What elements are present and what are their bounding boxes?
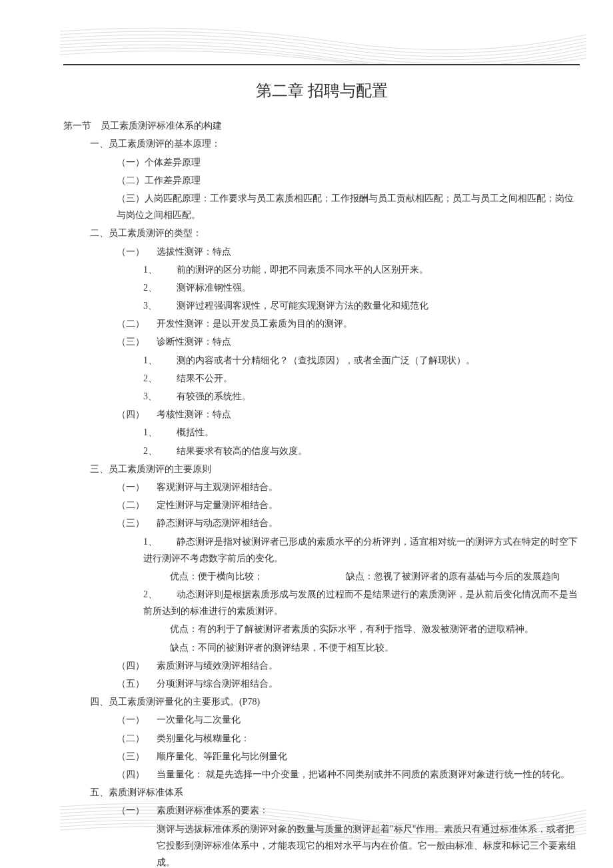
list-item: 2、结果不公开。: [63, 370, 580, 387]
list-item: 3、有较强的系统性。: [63, 388, 580, 405]
part-heading: 五、素质测评标准体系: [63, 784, 580, 801]
list-item: （二）类别量化与模糊量化：: [63, 730, 580, 747]
list-item: 1、前的测评的区分功能，即把不同素质不同水平的人区别开来。: [63, 261, 580, 278]
section-title: 第一节 员工素质测评标准体系的构建: [63, 117, 580, 134]
list-item: （二）工作差异原理: [63, 172, 580, 189]
part-heading: 一、员工素质测评的基本原理：: [63, 135, 580, 152]
list-item: （五）分项测评与综合测评相结合。: [63, 675, 580, 692]
list-item: （二）定性测评与定量测评相结合。: [63, 497, 580, 513]
list-item: 1、静态测评是指对被测评者已形成的素质水平的分析评判，适宜相对统一的测评方式在特…: [63, 533, 580, 567]
list-item: （一）一次量化与二次量化: [63, 711, 580, 728]
list-item: 1、测的内容或者十分精细化？（查找原因），或者全面广泛（了解现状）。: [63, 352, 580, 369]
sub-heading: （二）开发性测评：是以开发员工素质为目的的测评。: [63, 315, 580, 332]
list-item: （一）客观测评与主观测评相结合。: [63, 479, 580, 495]
document-content: 第二章 招聘与配置 第一节 员工素质测评标准体系的构建 一、员工素质测评的基本原…: [63, 77, 580, 801]
sub-heading: （三）静态测评与动态测评相结合。: [63, 515, 580, 531]
list-item: 2、结果要求有较高的信度与效度。: [63, 443, 580, 459]
list-item: 2、动态测评则是根据素质形成与发展的过程而不是结果进行的素质测评，是从前后变化情…: [63, 586, 580, 619]
part-heading: 二、员工素质测评的类型：: [63, 225, 580, 241]
disadvantage: 缺点：不同的被测评者的测评结果，不便于相互比较。: [63, 639, 580, 656]
list-item: 2、测评标准钢性强。: [63, 279, 580, 296]
part-heading: 三、员工素质测评的主要原则: [63, 461, 580, 477]
list-item: （一）个体差异原理: [63, 154, 580, 171]
advantage: 优点：有的利于了解被测评者素质的实际水平，有利于指导、激发被测评者的进取精神。: [63, 621, 580, 637]
advantage-disadvantage: 优点：便于横向比较； 缺点：忽视了被测评者的原有基础与今后的发展趋向: [63, 568, 580, 585]
list-item: 3、测评过程强调客观性，尽可能实现测评方法的数量化和规范化: [63, 297, 580, 314]
chapter-title: 第二章 招聘与配置: [63, 77, 580, 105]
list-item: （三）顺序量化、等距量化与比例量化: [63, 748, 580, 765]
header-rule: [63, 64, 580, 65]
list-item: 1、概括性。: [63, 424, 580, 441]
footer-decoration: [0, 803, 613, 840]
header-decoration: [0, 28, 613, 65]
list-item: （四）素质测评与绩效测评相结合。: [63, 657, 580, 674]
sub-heading: （三）诊断性测评：特点: [63, 333, 580, 350]
list-item: （三）人岗匹配原理：工作要求与员工素质相匹配；工作报酬与员工贡献相匹配；员工与员…: [63, 190, 580, 223]
part-heading: 四、员工素质测评量化的主要形式。(P78): [63, 693, 580, 710]
sub-heading: （一）选拔性测评：特点: [63, 243, 580, 260]
list-item: （四）当量量化： 就是先选择一中介变量，把诸种不同类别或并不同质的素质测评对象进…: [63, 766, 580, 783]
sub-heading: （四）考核性测评：特点: [63, 406, 580, 423]
